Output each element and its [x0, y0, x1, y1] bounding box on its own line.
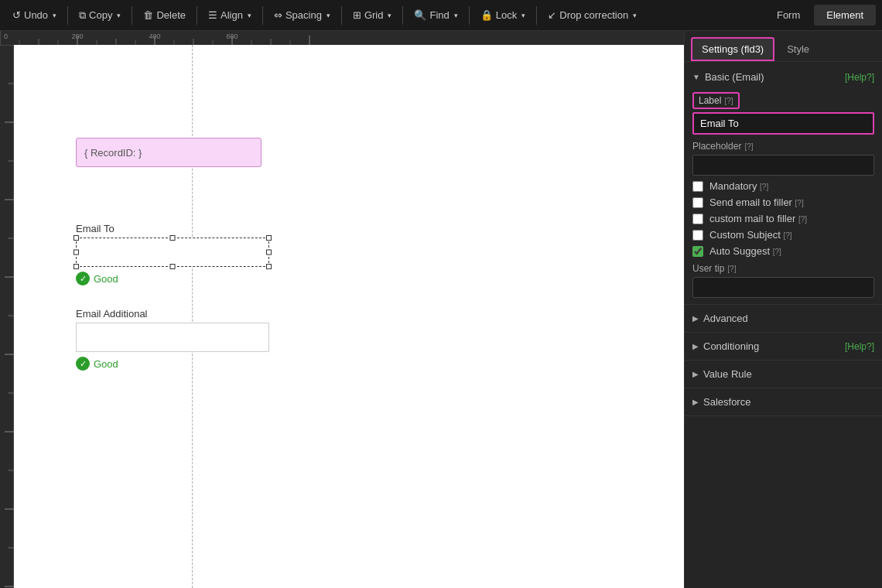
email-additional-container: Email Additional ✓ Good	[76, 308, 269, 371]
element-tab[interactable]: Element	[814, 5, 876, 26]
placeholder-input[interactable]	[692, 155, 874, 176]
conditioning-caret-icon: ▶	[692, 342, 699, 350]
delete-button[interactable]: 🗑 Delete	[137, 6, 192, 24]
good-text2: Good	[94, 358, 118, 370]
basic-help-link[interactable]: [Help?]	[845, 72, 874, 83]
handle-tl[interactable]	[74, 235, 79, 241]
svg-text:400: 400	[149, 32, 160, 40]
mandatory-help-q[interactable]: [?]	[760, 183, 768, 191]
email-additional-field[interactable]	[76, 323, 269, 352]
sep1	[67, 6, 68, 25]
style-tab[interactable]: Style	[778, 37, 819, 61]
placeholder-field-label: Placeholder [?]	[692, 141, 874, 152]
svg-text:200: 200	[71, 32, 83, 40]
conditioning-header[interactable]: ▶ Conditioning [Help?]	[685, 333, 882, 360]
sep3	[197, 6, 197, 25]
auto-suggest-checkbox[interactable]	[692, 246, 703, 257]
spacing-caret: ▾	[326, 12, 330, 19]
handle-tr[interactable]	[266, 235, 272, 241]
copy-button[interactable]: ⧉ Copy ▾	[73, 6, 127, 25]
tab-area: Form Element	[764, 5, 876, 26]
panel-tabs: Settings (fld3) Style	[685, 31, 882, 62]
salesforce-label: Salesforce	[703, 396, 750, 408]
handle-bl[interactable]	[74, 264, 79, 269]
main-area: 200 400 600 0	[0, 31, 882, 588]
handle-ml[interactable]	[74, 250, 79, 255]
handle-bm[interactable]	[170, 264, 176, 269]
user-tip-help-q[interactable]: [?]	[727, 265, 736, 273]
custom-subject-label: Custom Subject [?]	[709, 229, 792, 241]
mandatory-checkbox[interactable]	[692, 181, 703, 192]
good-icon2: ✓	[76, 357, 90, 371]
ruler-svg: 200 400 600 0	[0, 31, 684, 45]
grid-caret: ▾	[388, 12, 391, 19]
value-rule-caret-icon: ▶	[692, 370, 699, 378]
handle-br[interactable]	[266, 264, 272, 269]
send-email-help-q[interactable]: [?]	[795, 199, 804, 207]
label-field-label: Label [?]	[692, 92, 740, 109]
label-help-q[interactable]: [?]	[724, 97, 733, 105]
lock-icon: 🔒	[480, 9, 493, 21]
align-button[interactable]: ☰ Align ▾	[202, 6, 258, 24]
email-to-container[interactable]: Email To ✓ Good	[76, 223, 269, 285]
spacing-button[interactable]: ⇔ Spacing ▾	[268, 6, 337, 24]
placeholder-help-q[interactable]: [?]	[744, 142, 753, 151]
grid-icon: ⊞	[353, 9, 361, 21]
advanced-header-left: ▶ Advanced	[692, 313, 748, 324]
copy-icon: ⧉	[79, 9, 86, 22]
custom-mail-help-q[interactable]: [?]	[798, 215, 807, 224]
custom-mail-label: custom mail to filler [?]	[709, 213, 807, 224]
placeholder-field-group: Placeholder [?]	[692, 141, 874, 176]
lock-caret: ▾	[521, 12, 525, 19]
send-email-row: Send email to filler [?]	[692, 197, 874, 208]
find-button[interactable]: 🔍 Find ▾	[408, 6, 463, 24]
grid-button[interactable]: ⊞ Grid ▾	[347, 6, 398, 24]
align-caret: ▾	[248, 12, 251, 19]
svg-text:0: 0	[4, 32, 8, 40]
value-rule-section: ▶ Value Rule	[685, 361, 882, 388]
advanced-section: ▶ Advanced	[685, 305, 882, 333]
custom-mail-checkbox[interactable]	[692, 214, 703, 224]
auto-suggest-label: Auto Suggest [?]	[709, 245, 781, 257]
copy-caret: ▾	[117, 12, 121, 19]
conditioning-help-link[interactable]: [Help?]	[845, 341, 874, 352]
salesforce-header[interactable]: ▶ Salesforce	[685, 388, 882, 415]
sep4	[262, 6, 263, 25]
user-tip-input[interactable]	[692, 277, 874, 298]
drop-correction-button[interactable]: ↙ Drop correction ▾	[542, 6, 643, 24]
handle-tm[interactable]	[170, 235, 176, 241]
delete-icon: 🗑	[143, 9, 153, 21]
handle-mr[interactable]	[266, 250, 272, 255]
send-email-checkbox[interactable]	[692, 197, 703, 208]
canvas-area: 200 400 600 0	[0, 31, 684, 588]
lock-button[interactable]: 🔒 Lock ▾	[474, 6, 532, 24]
undo-button[interactable]: ↺ Undo ▾	[6, 6, 63, 24]
find-icon: 🔍	[414, 9, 426, 21]
value-rule-label: Value Rule	[703, 368, 752, 380]
custom-subject-row: Custom Subject [?]	[692, 229, 874, 241]
basic-email-section: ▼ Basic (Email) [Help?] Label [?] Placeh…	[685, 62, 882, 305]
salesforce-caret-icon: ▶	[692, 398, 699, 406]
form-tab[interactable]: Form	[764, 5, 812, 26]
user-tip-field-label: User tip [?]	[692, 263, 874, 274]
custom-subject-help-q[interactable]: [?]	[783, 231, 791, 240]
mandatory-label: Mandatory [?]	[709, 180, 768, 192]
basic-email-header[interactable]: ▼ Basic (Email) [Help?]	[692, 68, 874, 86]
advanced-header[interactable]: ▶ Advanced	[685, 305, 882, 332]
custom-subject-checkbox[interactable]	[692, 230, 703, 241]
label-input[interactable]	[692, 112, 874, 135]
undo-caret: ▾	[53, 12, 56, 19]
value-rule-header[interactable]: ▶ Value Rule	[685, 361, 882, 388]
sep2	[132, 6, 132, 25]
conditioning-header-left: ▶ Conditioning	[692, 340, 759, 352]
sep5	[341, 6, 342, 25]
record-id-text: { RecordID: }	[84, 147, 142, 159]
drop-correction-caret: ▾	[633, 12, 637, 19]
good-icon: ✓	[76, 272, 90, 285]
undo-icon: ↺	[12, 9, 21, 21]
email-to-label: Email To	[76, 223, 269, 234]
settings-tab[interactable]: Settings (fld3)	[691, 37, 774, 61]
email-to-field[interactable]	[76, 238, 269, 267]
salesforce-section: ▶ Salesforce	[685, 388, 882, 416]
auto-suggest-help-q[interactable]: [?]	[773, 248, 781, 256]
